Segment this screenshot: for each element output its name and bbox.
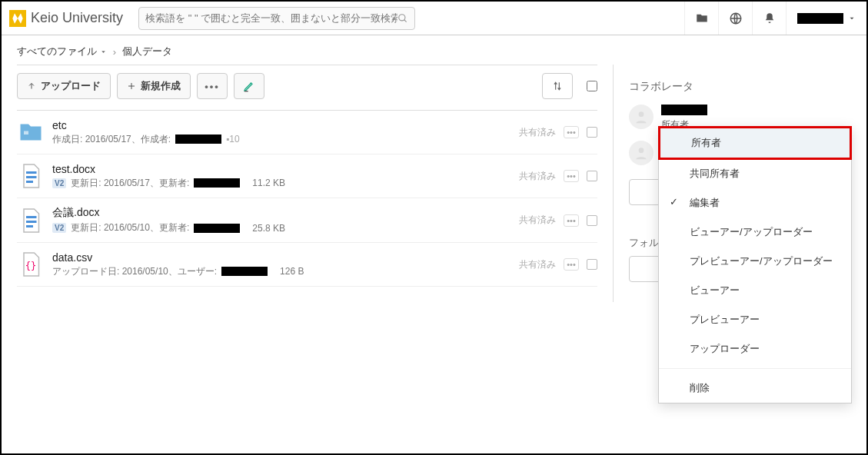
upload-label: アップロード: [41, 79, 101, 93]
dropdown-item[interactable]: ビューアー/アップローダー: [659, 218, 851, 247]
file-name[interactable]: test.docx: [52, 163, 519, 175]
edit-button[interactable]: [234, 73, 264, 99]
ellipsis-icon: •••: [205, 81, 220, 92]
action-toolbar: アップロード 新規作成 •••: [17, 65, 597, 111]
svg-line-1: [404, 19, 407, 22]
author-redacted: [175, 135, 221, 144]
avatar-icon: [629, 141, 653, 165]
row-menu-button[interactable]: •••: [564, 126, 579, 138]
breadcrumb-separator: ›: [113, 46, 116, 58]
more-button[interactable]: •••: [197, 73, 228, 99]
pencil-icon: [243, 80, 255, 92]
new-label: 新規作成: [141, 79, 181, 93]
breadcrumb: すべてのファイル › 個人データ: [2, 35, 866, 65]
file-meta: V2更新日: 2016/05/10、更新者:25.8 KB: [52, 221, 519, 234]
shared-label: 共有済み: [519, 214, 556, 227]
row-menu-button[interactable]: •••: [564, 258, 579, 271]
sort-button[interactable]: [542, 73, 573, 99]
chevron-down-icon: [100, 48, 107, 55]
author-redacted: [194, 178, 240, 188]
role-dropdown-menu: 所有者共同所有者✓編集者ビューアー/アップローダープレビューアー/アップローダー…: [658, 126, 852, 404]
file-row[interactable]: 会議.docxV2更新日: 2016/05/10、更新者:25.8 KB共有済み…: [17, 198, 597, 243]
doc-icon: [17, 162, 45, 190]
svg-rect-4: [24, 131, 28, 135]
svg-rect-7: [26, 181, 33, 183]
row-menu-button[interactable]: •••: [564, 214, 579, 227]
search-icon: [397, 13, 408, 24]
svg-rect-5: [26, 171, 37, 174]
shared-label: 共有済み: [519, 126, 556, 139]
globe-icon[interactable]: [718, 2, 752, 35]
user-menu[interactable]: [786, 2, 866, 35]
file-row[interactable]: {}data.csvアップロード日: 2016/05/10、ユーザー:126 B…: [17, 243, 597, 287]
dropdown-item[interactable]: プレビューアー: [659, 305, 851, 334]
dropdown-item[interactable]: プレビューアー/アップローダー: [659, 247, 851, 276]
row-checkbox[interactable]: [587, 259, 597, 270]
version-badge: V2: [52, 223, 66, 233]
right-sidebar: コラボレータ 所有者 編集者: [613, 65, 866, 302]
row-checkbox[interactable]: [587, 215, 597, 226]
select-all-checkbox[interactable]: [587, 81, 597, 91]
svg-point-13: [639, 148, 644, 153]
svg-point-0: [399, 14, 405, 20]
file-name[interactable]: 会議.docx: [52, 206, 519, 220]
brand-name: Keio University: [31, 10, 123, 26]
search-input[interactable]: [145, 12, 397, 24]
folder-icon: [17, 118, 45, 146]
chevron-down-icon: [848, 15, 856, 22]
header-icons: [684, 2, 866, 35]
svg-point-12: [639, 111, 644, 117]
files-icon[interactable]: [684, 2, 718, 35]
doc-icon: [17, 207, 45, 234]
dropdown-item[interactable]: アップローダー: [659, 334, 851, 364]
dropdown-item[interactable]: 所有者: [658, 126, 852, 160]
svg-rect-8: [26, 216, 37, 218]
upload-icon: [27, 81, 36, 91]
csv-icon: {}: [17, 251, 45, 278]
dropdown-item[interactable]: ビューアー: [659, 276, 851, 305]
svg-text:{}: {}: [25, 261, 36, 271]
shared-label: 共有済み: [519, 258, 556, 271]
author-redacted: [221, 267, 268, 276]
brand-logo[interactable]: Keio University: [9, 10, 123, 27]
svg-rect-9: [26, 221, 37, 223]
file-list: etc作成日: 2016/05/17、作成者:▪10共有済み•••test.do…: [17, 111, 597, 287]
file-row[interactable]: test.docxV2更新日: 2016/05/17、更新者:11.2 KB共有…: [17, 154, 597, 198]
dropdown-item[interactable]: ✓編集者: [659, 188, 851, 218]
dropdown-item[interactable]: 共同所有者: [659, 159, 851, 188]
file-meta: V2更新日: 2016/05/17、更新者:11.2 KB: [52, 177, 519, 190]
user-name-redacted: [797, 13, 843, 24]
breadcrumb-root[interactable]: すべてのファイル: [17, 45, 107, 58]
check-icon: ✓: [670, 196, 678, 208]
file-row[interactable]: etc作成日: 2016/05/17、作成者:▪10共有済み•••: [17, 111, 597, 154]
logo-mark-icon: [9, 10, 26, 27]
upload-button[interactable]: アップロード: [17, 73, 111, 99]
row-checkbox[interactable]: [587, 171, 597, 181]
version-badge: V2: [52, 178, 66, 188]
file-name[interactable]: data.csv: [52, 251, 519, 264]
collab-name-redacted: [661, 105, 707, 115]
author-redacted: [194, 224, 240, 233]
file-meta: 作成日: 2016/05/17、作成者:▪10: [52, 133, 519, 146]
svg-rect-6: [26, 176, 37, 178]
avatar-icon: [629, 105, 653, 129]
search-box[interactable]: [138, 7, 415, 30]
plus-icon: [127, 81, 136, 91]
bell-icon[interactable]: [752, 2, 786, 35]
dropdown-delete[interactable]: 削除: [659, 374, 851, 403]
svg-rect-10: [26, 225, 33, 227]
shared-label: 共有済み: [519, 170, 556, 183]
file-meta: アップロード日: 2016/05/10、ユーザー:126 B: [52, 265, 519, 278]
row-menu-button[interactable]: •••: [564, 170, 579, 182]
breadcrumb-current: 個人データ: [122, 45, 172, 58]
sort-icon: [552, 81, 563, 91]
row-checkbox[interactable]: [587, 127, 597, 138]
collaborators-title: コラボレータ: [629, 80, 851, 94]
new-button[interactable]: 新規作成: [117, 73, 191, 99]
file-name[interactable]: etc: [52, 119, 519, 131]
app-header: Keio University: [2, 2, 866, 35]
